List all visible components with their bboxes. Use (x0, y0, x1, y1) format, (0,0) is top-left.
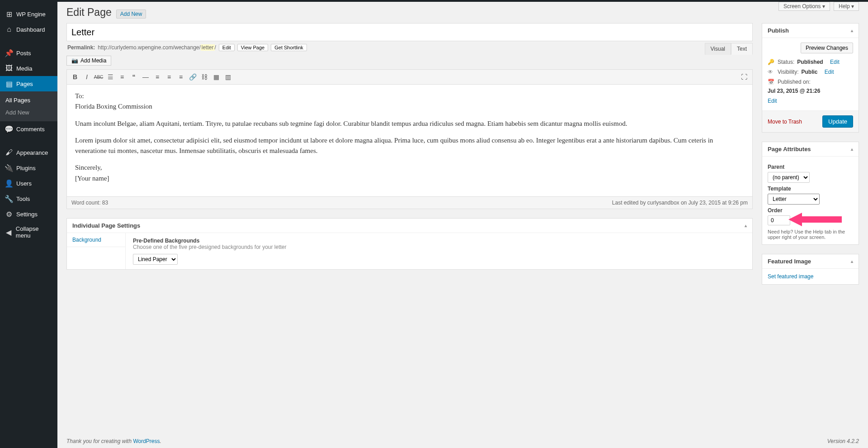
version-text: Version 4.2.2 (827, 438, 859, 444)
date-edit-link[interactable]: Edit (768, 98, 777, 104)
settings-icon: ⚙ (5, 210, 13, 218)
publish-panel-header[interactable]: Publish▴ (762, 24, 859, 38)
individual-page-settings-panel: Individual Page Settings▴ Background Pre… (66, 218, 753, 270)
ips-field-label: Pre-Defined Backgrounds (133, 238, 745, 244)
more-button[interactable]: ▦ (211, 71, 222, 82)
ol-button[interactable]: ≡ (117, 71, 127, 82)
chevron-up-icon: ▴ (745, 223, 747, 228)
word-count: Word count: 83 (71, 200, 108, 206)
italic-button[interactable]: I (81, 71, 92, 82)
chevron-up-icon: ▴ (851, 259, 853, 264)
set-featured-image-link[interactable]: Set featured image (768, 273, 813, 280)
wordpress-link[interactable]: WordPress (133, 438, 160, 444)
featured-image-panel: Featured Image▴ Set featured image (762, 254, 859, 285)
view-page-button[interactable]: View Page (237, 44, 268, 51)
status-edit-link[interactable]: Edit (830, 59, 840, 65)
template-label: Template (768, 186, 853, 192)
visibility-icon: 👁 (768, 69, 775, 75)
wpengine-icon: ⊞ (5, 10, 13, 18)
sidebar-item-collapse[interactable]: ◀Collapse menu (0, 222, 57, 243)
calendar-icon: 📅 (768, 79, 775, 85)
align-center-button[interactable]: ≡ (164, 71, 175, 82)
submenu-all-pages[interactable]: All Pages (0, 94, 57, 106)
bold-button[interactable]: B (70, 71, 80, 82)
appearance-icon: 🖌 (5, 148, 13, 157)
chevron-up-icon: ▴ (851, 147, 853, 152)
template-select[interactable]: Letter (768, 194, 820, 205)
get-shortlink-button[interactable]: Get Shortlink (271, 44, 307, 51)
publish-panel: Publish▴ Preview Changes 🔑Status: Publis… (762, 23, 859, 133)
sidebar-item-settings[interactable]: ⚙Settings (0, 206, 57, 222)
parent-select[interactable]: (no parent) (768, 172, 810, 183)
comments-icon: 💬 (5, 125, 13, 133)
sidebar-item-comments[interactable]: 💬Comments (0, 121, 57, 137)
align-left-button[interactable]: ≡ (152, 71, 163, 82)
link-button[interactable]: 🔗 (187, 71, 198, 82)
align-right-button[interactable]: ≡ (175, 71, 186, 82)
chevron-up-icon: ▴ (851, 28, 853, 33)
tools-icon: 🔧 (5, 195, 13, 203)
svg-marker-0 (788, 213, 842, 226)
sidebar-item-tools[interactable]: 🔧Tools (0, 191, 57, 206)
move-to-trash-link[interactable]: Move to Trash (768, 119, 802, 125)
sidebar-item-dashboard[interactable]: ⌂Dashboard (0, 22, 57, 37)
order-input[interactable] (768, 215, 790, 225)
sidebar-item-posts[interactable]: 📌Posts (0, 45, 57, 61)
background-select[interactable]: Lined Paper (133, 254, 178, 265)
screen-options-button[interactable]: Screen Options ▾ (778, 2, 830, 11)
users-icon: 👤 (5, 179, 13, 187)
attributes-panel-header[interactable]: Page Attributes▴ (762, 142, 859, 157)
parent-label: Parent (768, 164, 853, 170)
annotation-arrow (788, 212, 843, 227)
camera-icon: 📷 (71, 57, 78, 64)
admin-sidebar: ⊞WP Engine ⌂Dashboard 📌Posts 🖼Media ▤Pag… (0, 0, 57, 448)
sidebar-item-users[interactable]: 👤Users (0, 176, 57, 191)
dashboard-icon: ⌂ (5, 25, 13, 33)
preview-changes-button[interactable]: Preview Changes (801, 43, 853, 53)
plugins-icon: 🔌 (5, 164, 13, 172)
sidebar-item-wpengine[interactable]: ⊞WP Engine (0, 6, 57, 22)
editor-tab-text[interactable]: Text (731, 43, 753, 55)
add-media-button[interactable]: 📷Add Media (66, 56, 111, 66)
sidebar-item-media[interactable]: 🖼Media (0, 61, 57, 76)
admin-footer: Thank you for creating with WordPress. V… (66, 438, 859, 444)
key-icon: 🔑 (768, 59, 775, 65)
ips-field-desc: Choose one of the five pre-designed back… (133, 244, 745, 250)
add-new-button[interactable]: Add New (116, 10, 146, 19)
attributes-help-text: Need help? Use the Help tab in the upper… (768, 229, 853, 240)
hr-button[interactable]: — (140, 71, 151, 82)
permalink-slug: letter (201, 44, 215, 51)
content-editor: B I ABC ☰ ≡ “ — ≡ ≡ ≡ 🔗 ⛓ ▦ ▥ ⛶ (66, 69, 753, 209)
media-icon: 🖼 (5, 64, 13, 72)
page-attributes-panel: Page Attributes▴ Parent (no parent) Temp… (762, 142, 859, 245)
page-title: Edit Page (66, 6, 112, 19)
sidebar-item-pages[interactable]: ▤Pages (0, 76, 57, 91)
quote-button[interactable]: “ (128, 71, 139, 82)
visibility-edit-link[interactable]: Edit (825, 69, 834, 75)
editor-content[interactable]: To:Florida Boxing Commission Unam incolu… (67, 85, 752, 196)
update-button[interactable]: Update (822, 115, 853, 128)
sidebar-item-plugins[interactable]: 🔌Plugins (0, 160, 57, 176)
toolbar-toggle-button[interactable]: ▥ (222, 71, 233, 82)
editor-tab-visual[interactable]: Visual (705, 43, 731, 55)
help-button[interactable]: Help ▾ (834, 2, 859, 11)
featured-panel-header[interactable]: Featured Image▴ (762, 254, 859, 269)
ul-button[interactable]: ☰ (105, 71, 116, 82)
submenu-add-new[interactable]: Add New (0, 106, 57, 119)
ips-panel-header[interactable]: Individual Page Settings▴ (67, 219, 752, 233)
post-title-input[interactable] (66, 23, 753, 41)
pages-icon: ▤ (5, 80, 13, 88)
collapse-icon: ◀ (5, 228, 13, 236)
unlink-button[interactable]: ⛓ (199, 71, 210, 82)
permalink-edit-button[interactable]: Edit (219, 44, 235, 51)
permalink-label: Permalink: (67, 44, 95, 51)
fullscreen-button[interactable]: ⛶ (739, 71, 750, 82)
ips-tab-background[interactable]: Background (67, 233, 125, 247)
pin-icon: 📌 (5, 49, 13, 57)
sidebar-item-appearance[interactable]: 🖌Appearance (0, 145, 57, 160)
pages-submenu: All Pages Add New (0, 91, 57, 121)
strike-button[interactable]: ABC (93, 71, 104, 82)
last-edited: Last edited by curlysandbox on July 23, … (612, 200, 748, 206)
editor-toolbar: B I ABC ☰ ≡ “ — ≡ ≡ ≡ 🔗 ⛓ ▦ ▥ ⛶ (67, 70, 752, 85)
